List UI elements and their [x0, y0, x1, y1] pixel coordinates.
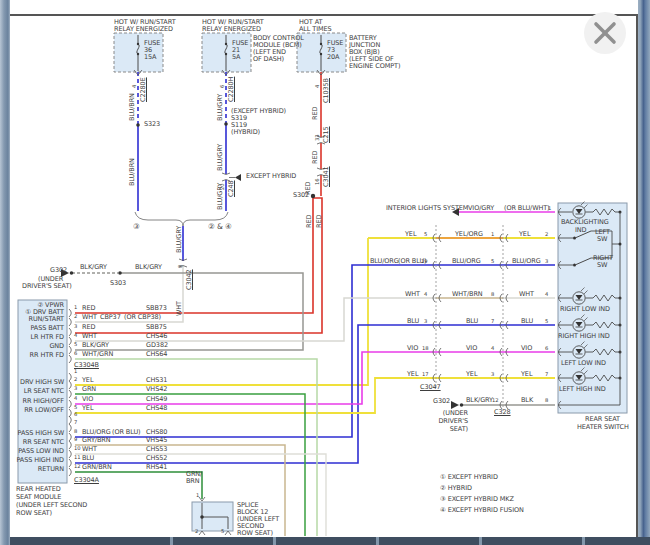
- label-module-rows_a-7-1: BLU/ORG: [82, 429, 111, 436]
- pin-mark: [69, 328, 71, 336]
- label-fuse2-conn: C2280H: [228, 77, 235, 102]
- splice-dot: [200, 515, 204, 519]
- label-module-rows_a-7-3: (OR BLU): [112, 429, 141, 436]
- thumbnail-tile-4[interactable]: [379, 537, 479, 545]
- label-module-rows_a-2-1: GRN: [82, 386, 96, 393]
- label-module-rows_a-8-0: 9: [74, 436, 77, 443]
- pin-mark: [69, 346, 71, 354]
- label-module-rows_a-9-2: CHS53: [146, 446, 167, 453]
- label-module-labels_a-2: RR HIGH/OFF: [22, 398, 64, 405]
- label-splice_block-pin_top: 1: [196, 492, 199, 499]
- close-icon: [584, 12, 626, 54]
- label-ground2-pin2: 8: [545, 397, 548, 404]
- thumbnail-tile-2[interactable]: [173, 537, 273, 545]
- label-module-rows_a-9-1: WHT: [82, 446, 97, 453]
- label-module-rows_a-4-0: 5: [74, 404, 77, 411]
- thumbnail-tile-5[interactable]: [482, 537, 582, 545]
- arrow-left-icon: [235, 174, 241, 181]
- splice-dot: [224, 122, 228, 126]
- label-fuse3-conn3: C3041: [323, 166, 330, 187]
- label-switch-items-0: BACKLIGHTING: [561, 219, 609, 226]
- window-right-edge: [638, 0, 650, 545]
- label-rows-r2-mp: 1: [491, 231, 494, 238]
- label-ground1-wire2: BLK/GRY: [135, 264, 162, 271]
- pin-mark: [69, 433, 71, 441]
- label-module-labels_b-3: PASS BATT: [30, 325, 64, 332]
- label-fuse3-pin: 4: [314, 85, 321, 88]
- label-rows-r3-rp: 3: [545, 258, 548, 265]
- label-module-rows_a-1-0: 2: [74, 376, 77, 383]
- label-fuse2-wire3: BLU/GRY: [217, 183, 224, 210]
- pin-mark: [69, 459, 71, 467]
- label-rows-r6-rp: 6: [545, 345, 548, 352]
- label-module-rows_a-5-0: 6: [74, 411, 77, 418]
- label-rows-r3-lp: 19: [421, 258, 427, 265]
- label-module-rows_b-1-3: (OR CBP38): [124, 314, 161, 321]
- pin-mark: [69, 468, 71, 476]
- label-splice_block-pin_b2: 5: [221, 528, 224, 535]
- label-fuse1-wire2: BLU/BRN: [129, 158, 136, 186]
- label-ground2-loc-2: SEAT): [450, 426, 468, 433]
- label-module-rows_a-3-0: 4: [74, 395, 77, 402]
- pin-mark: [69, 390, 71, 398]
- label-rows-r4-l: WHT: [405, 291, 420, 298]
- label-fuse2-wire: BLU/GRY: [217, 94, 224, 121]
- label-fuse1-pin: 4: [131, 85, 138, 88]
- splice-dot: [136, 123, 140, 127]
- label-module-labels_a-7: PASS HIGH IND: [16, 457, 64, 464]
- pin-mark: [69, 373, 71, 381]
- label-rows-r3-mp: 5: [491, 258, 494, 265]
- label-module-rows_a-9-0: 10: [74, 445, 80, 452]
- thumbnail-bar[interactable]: [10, 537, 650, 545]
- pin-mark: [69, 450, 71, 458]
- label-module-rows_b-5-2: CHS64: [146, 351, 167, 358]
- label-module-rows_b-4-1: BLK/GRY: [82, 342, 109, 349]
- label-rows-r5-mp: 7: [491, 318, 494, 325]
- label-rows-r6-r: VIO: [521, 345, 532, 352]
- thumbnail-tile-6[interactable]: [585, 537, 650, 545]
- label-splice_block-caption-4: ROW SEAT): [237, 530, 273, 537]
- label-module-labels_a-6: PASS LOW IND: [18, 448, 64, 455]
- thumbnail-tile-3[interactable]: [276, 537, 376, 545]
- label-rows-r6-lp: 18: [422, 345, 428, 352]
- label-module-rows_a-6-0: 7: [74, 419, 77, 426]
- label-rows-r7-r: YEL: [521, 371, 532, 378]
- pin-mark: [69, 309, 71, 317]
- label-ground1-splice: S303: [110, 280, 126, 287]
- label-rows-interior-wire: VIO/GRY: [468, 205, 494, 212]
- label-branch-tag_left: ③: [133, 223, 140, 230]
- label-rows-r3-r: BLU/ORG: [512, 258, 541, 265]
- label-rows-r5-lp: 3: [424, 318, 427, 325]
- pin-mark: [69, 318, 71, 326]
- label-module-conn_a_name: C3304A: [74, 477, 99, 484]
- label-switch-caption-1: HEATER SWITCH: [577, 424, 629, 431]
- thumbnail-tile-1[interactable]: [10, 537, 170, 545]
- label-ground2-wire1: BLK/GRY: [466, 397, 493, 404]
- label-rows-r5-m: BLU: [466, 318, 478, 325]
- label-fuse3-title2: ALL TIMES: [299, 26, 332, 33]
- close-button[interactable]: [584, 12, 626, 54]
- label-rows-interior-extra: (OR BLU/WHT): [504, 205, 550, 212]
- label-module-rows_b-3-2: CHS46: [146, 333, 167, 340]
- label-rows-interior-dest: INTERIOR LIGHTS SYSTEM: [386, 205, 468, 212]
- label-module-rows_a-8-1: GRY/BRN: [82, 437, 110, 444]
- brace: [135, 212, 183, 226]
- label-rows-r4-rp: 4: [545, 291, 548, 298]
- label-module-labels_a-4: PASS HIGH SW: [18, 430, 64, 437]
- label-switch-items-9: LEFT HIGH IND: [559, 386, 606, 393]
- label-module-labels_b-5: GND: [49, 343, 64, 350]
- label-switch-items-3: SW: [597, 236, 607, 243]
- splice-dot: [225, 53, 227, 55]
- splice-dot: [320, 53, 322, 55]
- label-rows-r4-mp: 8: [491, 291, 494, 298]
- label-splice_block-pin_b1: 2: [195, 528, 198, 535]
- label-branch-wire: BLU/GRY: [176, 226, 183, 253]
- label-module-rows_b-2-2: SBB75: [146, 324, 167, 331]
- label-module-conn_b_name: C3304B: [74, 362, 99, 369]
- label-fuse3-splice: S302: [293, 192, 309, 199]
- label-switch-items-5: SW: [597, 262, 607, 269]
- label-ground2-pin1: 12: [492, 397, 498, 404]
- label-module-rows_a-11-0: 12: [74, 463, 80, 470]
- wire-yel-chs31: [75, 238, 368, 385]
- label-fuse3-amps: 20A: [327, 54, 339, 61]
